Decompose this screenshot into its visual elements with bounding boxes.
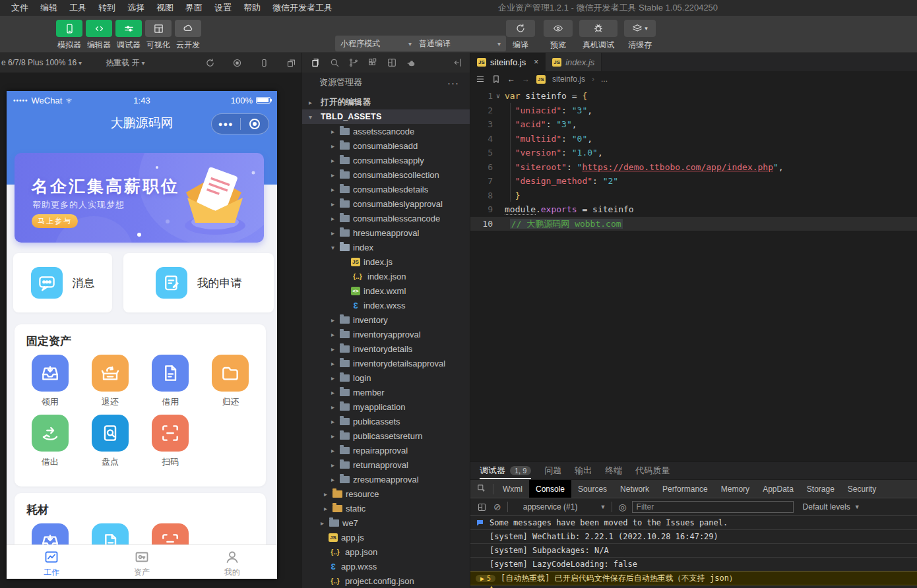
nav-forward-icon[interactable]: →: [522, 74, 530, 84]
devtools-tab-Storage[interactable]: Storage: [800, 480, 841, 498]
filter-input[interactable]: [632, 501, 794, 513]
hot-reload-toggle[interactable]: 热重载 开: [106, 57, 139, 69]
menu-工具[interactable]: 工具: [63, 0, 92, 16]
chevron-right-icon[interactable]: ▸: [331, 229, 340, 237]
chevron-right-icon[interactable]: ▸: [331, 345, 340, 353]
chevron-right-icon[interactable]: ▸: [331, 128, 340, 135]
tree-item-hresumeapproval[interactable]: ▸hresumeapproval: [302, 225, 470, 240]
expand-warning-badge[interactable]: ▶5: [476, 575, 495, 582]
debugger-tab-终端[interactable]: 终端: [605, 462, 622, 479]
outline-icon[interactable]: [476, 74, 485, 84]
code-area[interactable]: 1∨var siteinfo = {2 "uniacid": "3",3 "ac…: [470, 87, 917, 461]
devtools-tab-Security[interactable]: Security: [841, 480, 883, 498]
close-icon[interactable]: ×: [534, 57, 538, 67]
grid-item-借用[interactable]: 借用: [141, 355, 201, 408]
menu-界面[interactable]: 界面: [179, 0, 208, 16]
tree-item-app.json[interactable]: {..}app.json: [302, 544, 470, 559]
tree-item-inventory[interactable]: ▸inventory: [302, 312, 470, 327]
devtools-tab-Wxml[interactable]: Wxml: [496, 480, 529, 498]
tree-item-consumablesscancode[interactable]: ▸consumablesscancode: [302, 211, 470, 225]
tree-item-myapplication[interactable]: ▸myapplication: [302, 399, 470, 414]
chevron-right-icon[interactable]: ▸: [309, 99, 317, 106]
mode-select[interactable]: 小程序模式 ▾: [335, 36, 417, 51]
chevron-right-icon[interactable]: ▸: [331, 461, 340, 469]
record-icon[interactable]: [232, 58, 242, 68]
grid-item-盘点[interactable]: 盘点: [80, 415, 140, 468]
banner-join-button[interactable]: 马上参与: [32, 214, 78, 228]
tree-item-index[interactable]: ▾index: [302, 240, 470, 254]
tree-item-consumableslyapproval[interactable]: ▸consumableslyapproval: [302, 196, 470, 211]
tree-item-publicassetsreturn[interactable]: ▸publicassetsreturn: [302, 428, 470, 443]
windows-icon[interactable]: [286, 58, 296, 68]
chevron-right-icon[interactable]: ▸: [331, 186, 340, 193]
tree-item-returnapproval[interactable]: ▸returnapproval: [302, 457, 470, 472]
teapot-icon[interactable]: [406, 57, 416, 68]
chevron-right-icon[interactable]: ▸: [331, 316, 340, 324]
tree-item-inventoryapproval[interactable]: ▸inventoryapproval: [302, 327, 470, 341]
tree-item-repairapproval[interactable]: ▸repairapproval: [302, 443, 470, 457]
chevron-right-icon[interactable]: ▸: [331, 200, 340, 208]
chevron-right-icon[interactable]: ▸: [321, 519, 329, 527]
chevron-down-icon[interactable]: ▾: [331, 244, 340, 251]
toolbar-button-code[interactable]: 编辑器: [84, 20, 113, 51]
menu-文件[interactable]: 文件: [5, 0, 34, 16]
compile-select[interactable]: 普通编译 ▾: [414, 36, 506, 51]
chevron-right-icon[interactable]: ▸: [331, 171, 340, 179]
rotate-icon[interactable]: [205, 58, 215, 68]
tree-item-we7[interactable]: ▸we7: [302, 515, 470, 530]
devtools-tab-Sources[interactable]: Sources: [571, 480, 614, 498]
editor-tab-index.js[interactable]: JSindex.js: [546, 53, 602, 71]
chevron-right-icon[interactable]: ▸: [324, 505, 332, 512]
capsule-menu[interactable]: ●●●: [211, 113, 269, 134]
chevron-right-icon[interactable]: ▸: [331, 418, 340, 425]
collapse-sidebar-icon[interactable]: [453, 57, 463, 68]
toolbar-button-debug[interactable]: 调试器: [114, 20, 143, 51]
tab-我的[interactable]: 我的: [187, 545, 277, 579]
tab-工作[interactable]: 工作: [7, 545, 97, 579]
tree-item-member[interactable]: ▸member: [302, 385, 470, 399]
tree-item-assetsscancode[interactable]: ▸assetsscancode: [302, 124, 470, 138]
tree-item-zresumeapproval[interactable]: ▸zresumeapproval: [302, 472, 470, 486]
debugger-tab-输出[interactable]: 输出: [575, 462, 592, 479]
tree-item-consumablescollection[interactable]: ▸consumablescollection: [302, 167, 470, 182]
context-select[interactable]: appservice (#1) ▼: [523, 502, 606, 512]
phone-sm-icon[interactable]: [259, 58, 269, 68]
banner-carousel[interactable]: 名企汇集高薪职位 帮助更多的人实现梦想 马上参与: [15, 153, 264, 243]
tree-item-project.config.json[interactable]: {..}project.config.json: [302, 573, 470, 588]
menu-编辑[interactable]: 编辑: [34, 0, 63, 16]
search-icon[interactable]: [329, 57, 340, 68]
chevron-right-icon[interactable]: ▸: [331, 389, 340, 396]
tree-item-static[interactable]: ▸static: [302, 501, 470, 515]
device-select[interactable]: e 6/7/8 Plus 100% 16: [1, 58, 77, 67]
more-actions-icon[interactable]: ···: [447, 77, 459, 88]
chevron-right-icon[interactable]: ▸: [331, 360, 340, 367]
grid-item-借出[interactable]: 借出: [20, 415, 80, 468]
log-levels-select[interactable]: Default levels ▼: [803, 502, 860, 512]
grid-item-归还[interactable]: 归还: [201, 355, 261, 408]
chevron-right-icon[interactable]: ▸: [331, 432, 340, 440]
devtools-tab-AppData[interactable]: AppData: [756, 480, 800, 498]
grid-item-退还[interactable]: 退还: [80, 355, 140, 408]
breadcrumb-rest[interactable]: ...: [601, 74, 608, 84]
grid-item-领用[interactable]: 领用: [20, 355, 80, 408]
tree-item-consumablesadd[interactable]: ▸consumablesadd: [302, 138, 470, 153]
toolbar-action-layers[interactable]: ▾清缓存: [623, 20, 657, 51]
chevron-down-icon[interactable]: ▾: [309, 113, 317, 121]
tree-item-index.js[interactable]: JSindex.js: [302, 254, 470, 269]
menu-转到[interactable]: 转到: [92, 0, 121, 16]
toolbar-button-grid[interactable]: 可视化: [144, 20, 173, 51]
chevron-right-icon[interactable]: ▸: [331, 476, 340, 483]
tree-item-打开的编辑器[interactable]: ▸打开的编辑器: [302, 95, 470, 109]
debugger-tab-调试器[interactable]: 调试器1, 9: [480, 462, 531, 479]
debugger-tab-问题[interactable]: 问题: [544, 462, 561, 479]
ext-icon[interactable]: [367, 57, 378, 68]
layout-icon[interactable]: [387, 57, 397, 68]
branch-icon[interactable]: [348, 57, 359, 68]
console-sidebar-icon[interactable]: [477, 502, 487, 512]
tree-item-index.wxml[interactable]: <>index.wxml: [302, 283, 470, 298]
menu-视图[interactable]: 视图: [150, 0, 179, 16]
tree-item-inventorydetailsapproval[interactable]: ▸inventorydetailsapproval: [302, 356, 470, 370]
menu-微信开发者工具[interactable]: 微信开发者工具: [267, 0, 338, 16]
grid-item-扫码[interactable]: 扫码: [141, 415, 201, 468]
more-icon[interactable]: ●●●: [212, 120, 240, 128]
